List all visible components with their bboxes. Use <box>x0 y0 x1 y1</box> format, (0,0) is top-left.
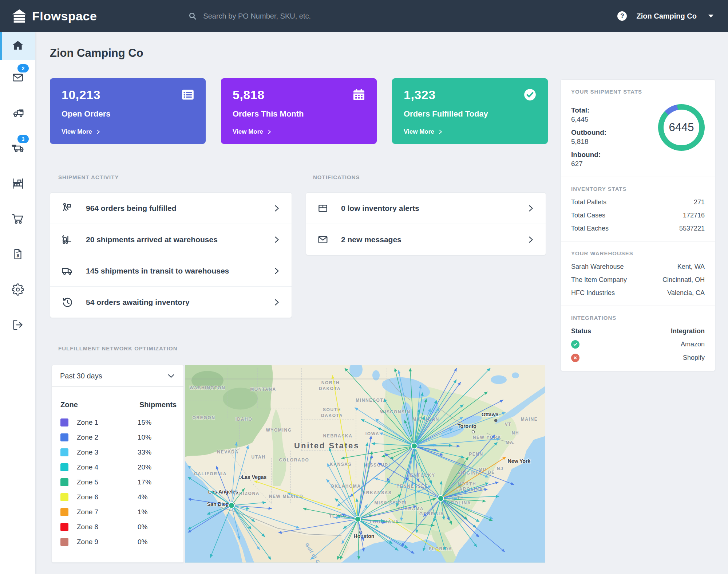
shipment-stats-section: YOUR SHIPMENT STATS Total: 6,445 Outboun… <box>561 80 715 177</box>
warehouse-row: The Item CompanyCincinnati, OH <box>571 276 705 284</box>
activity-text: 20 shipments arrived at warehouses <box>86 235 218 244</box>
sidebar-item-messages[interactable]: 2 <box>0 60 35 95</box>
zone-row: Zone 3 33% <box>59 445 177 460</box>
network-heading: FULFILLMENT NETWORK OPTIMIZATION <box>58 345 178 351</box>
svg-text:PENN: PENN <box>469 452 483 457</box>
zone-table-header: ZoneShipments <box>59 401 177 409</box>
orders-this-month-card[interactable]: 5,818 Orders This Month View More <box>221 78 377 144</box>
help-icon[interactable]: ? <box>617 11 627 21</box>
warehouse-row: Sarah WarehouseKent, WA <box>571 263 705 271</box>
sidebar-item-billing[interactable]: $ <box>0 236 35 272</box>
forklift-icon <box>61 233 74 246</box>
dashboard-root: Flowspace ? Zion Camping Co 2 <box>0 0 728 574</box>
svg-text:United States: United States <box>294 441 360 450</box>
date-range-select[interactable]: Past 30 days <box>52 365 183 387</box>
search-input[interactable] <box>202 12 459 21</box>
inbound-label: Inbound: <box>571 151 606 159</box>
orders-fulfilled-today-card[interactable]: 1,323 Orders Fulfilled Today View More <box>392 78 548 144</box>
sidebar-item-settings[interactable] <box>0 272 35 307</box>
fulfillment-network-map[interactable]: WASHINGTONMONTANANORTHDAKOTAMINNESOTAORE… <box>185 365 545 563</box>
svg-text:COLORADO: COLORADO <box>279 457 309 463</box>
svg-text:DE: DE <box>488 470 495 475</box>
shipment-stats-values: Total: 6,445 Outbound: 5,818 Inbound: 62… <box>571 101 606 168</box>
chevron-down-icon[interactable] <box>708 15 713 17</box>
orders-fulfilled-view-more[interactable]: View More <box>404 128 536 135</box>
svg-text:Ottawa: Ottawa <box>482 412 499 417</box>
invoice-icon: $ <box>12 248 24 260</box>
chevron-right-icon <box>273 267 281 275</box>
orders-fulfilled-value: 1,323 <box>404 88 536 102</box>
zone-swatch <box>60 463 68 471</box>
global-search[interactable] <box>188 11 617 21</box>
cart-icon <box>11 212 24 225</box>
svg-text:NJ: NJ <box>497 466 504 471</box>
flowspace-logo[interactable]: Flowspace <box>11 9 97 23</box>
notification-text: 2 new messages <box>341 235 401 244</box>
sidebar-item-logout[interactable] <box>0 307 35 342</box>
zone-row: Zone 6 4% <box>59 490 177 504</box>
right-stats-panel: YOUR SHIPMENT STATS Total: 6,445 Outboun… <box>561 79 715 371</box>
integration-row-shopify: Shopify <box>571 354 705 362</box>
orders-fulfilled-label: Orders Fulfilled Today <box>404 109 536 119</box>
integration-row-amazon: Amazon <box>571 340 705 349</box>
sidebar-item-home[interactable] <box>0 32 35 60</box>
orders-month-view-more[interactable]: View More <box>233 128 365 135</box>
svg-text:NORTH: NORTH <box>321 380 340 385</box>
svg-text:MISSOURI: MISSOURI <box>364 463 390 468</box>
sidebar-item-outbound[interactable] <box>0 95 35 130</box>
zone-row: Zone 7 1% <box>59 505 177 519</box>
account-menu-label[interactable]: Zion Camping Co <box>636 12 697 20</box>
activity-text: 964 orders being fulfilled <box>86 204 177 213</box>
svg-text:VT: VT <box>505 422 512 427</box>
zone-row: Zone 8 0% <box>59 520 177 534</box>
svg-text:San Diego: San Diego <box>207 501 232 507</box>
outbound-value: 5,818 <box>571 138 606 146</box>
svg-text:ALABAMA: ALABAMA <box>397 506 424 511</box>
svg-text:WASHINGTON: WASHINGTON <box>190 385 225 390</box>
shipment-stats-heading: YOUR SHIPMENT STATS <box>571 89 705 95</box>
inventory-row: Total Cases172716 <box>571 212 705 219</box>
open-orders-card[interactable]: 10,213 Open Orders View More <box>50 78 206 144</box>
activity-text: 145 shipments in transit to warehouses <box>86 267 229 275</box>
notifications-list: 0 low inventory alerts 2 new messages <box>306 192 546 255</box>
notification-row-messages[interactable]: 2 new messages <box>306 224 546 255</box>
activity-row-awaiting[interactable]: 54 orders awaiting inventory <box>50 287 292 318</box>
svg-text:IDAHO: IDAHO <box>236 417 253 422</box>
svg-text:MD: MD <box>479 467 487 472</box>
chevron-right-icon <box>527 236 535 244</box>
open-orders-label: Open Orders <box>62 109 194 119</box>
open-orders-value: 10,213 <box>62 88 194 102</box>
nav-right: ? Zion Camping Co <box>617 11 713 21</box>
sidebar-item-orders[interactable] <box>0 201 35 236</box>
sidebar-item-warehouse[interactable] <box>0 166 35 201</box>
svg-text:IOWA: IOWA <box>365 431 379 436</box>
brand-name: Flowspace <box>32 9 97 23</box>
chevron-right-icon <box>273 236 281 244</box>
check-circle-icon <box>523 88 537 102</box>
notification-row-low-inventory[interactable]: 0 low inventory alerts <box>306 193 546 224</box>
activity-row-in-transit[interactable]: 145 shipments in transit to warehouses <box>50 255 292 287</box>
open-orders-view-more[interactable]: View More <box>62 128 194 135</box>
page-title: Zion Camping Co <box>50 47 143 60</box>
inventory-row: Total Pallets271 <box>571 198 705 206</box>
integrations-section: INTEGRATIONS StatusIntegration Amazon Sh… <box>561 306 715 371</box>
package-icon <box>317 203 329 214</box>
truck-inbound-icon <box>11 142 24 155</box>
zone-row: Zone 5 17% <box>59 475 177 490</box>
outbound-label: Outbound: <box>571 129 606 137</box>
activity-row-arrived[interactable]: 20 shipments arrived at warehouses <box>50 224 292 255</box>
truck-icon <box>61 265 74 277</box>
notification-text: 0 low inventory alerts <box>341 204 419 213</box>
connected-status-icon <box>571 340 579 349</box>
zone-swatch <box>60 478 68 486</box>
zone-row: Zone 1 15% <box>59 415 177 430</box>
zone-row: Zone 2 10% <box>59 430 177 445</box>
svg-text:Las Vegas: Las Vegas <box>242 474 267 480</box>
warehouse-row: HFC IndustriesValencia, CA <box>571 289 705 297</box>
mail-icon <box>12 71 24 84</box>
activity-row-fulfilling[interactable]: 964 orders being fulfilled <box>50 193 292 224</box>
total-label: Total: <box>571 106 606 114</box>
sidebar-item-inbound[interactable]: 3 <box>0 130 35 166</box>
total-value: 6,445 <box>571 115 606 123</box>
svg-text:MA: MA <box>506 440 514 445</box>
